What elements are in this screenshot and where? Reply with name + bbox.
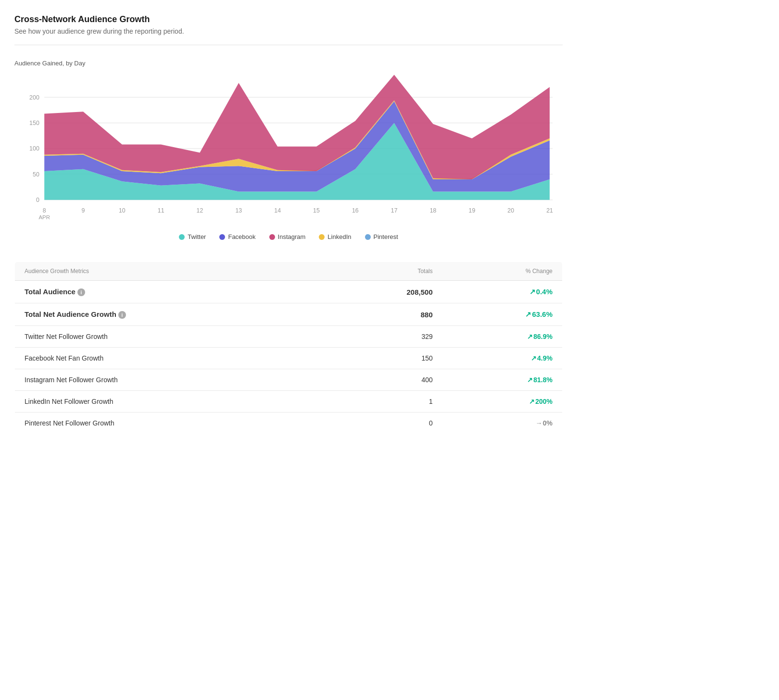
svg-text:50: 50 <box>33 171 39 177</box>
metric-change: 63.6% <box>442 303 563 326</box>
svg-text:14: 14 <box>274 207 281 214</box>
table-row: Instagram Net Follower Growth40081.8% <box>15 369 563 391</box>
svg-text:17: 17 <box>391 207 398 214</box>
svg-text:10: 10 <box>119 207 126 214</box>
svg-text:19: 19 <box>468 207 475 214</box>
legend-dot-facebook <box>219 234 225 240</box>
instagram-area <box>44 75 550 179</box>
svg-text:13: 13 <box>235 207 242 214</box>
change-value: 0% <box>536 419 553 427</box>
col-header-metric: Audience Growth Metrics <box>15 262 326 281</box>
svg-text:15: 15 <box>313 207 320 214</box>
svg-text:16: 16 <box>352 207 359 214</box>
change-value: 81.8% <box>527 376 553 384</box>
page-subtitle: See how your audience grew during the re… <box>14 27 563 35</box>
legend-dot-twitter <box>179 234 185 240</box>
svg-text:18: 18 <box>430 207 437 214</box>
info-icon[interactable]: i <box>118 311 126 319</box>
table-row: Facebook Net Fan Growth1504.9% <box>15 348 563 369</box>
legend-twitter: Twitter <box>179 233 206 240</box>
change-value: 63.6% <box>525 310 553 318</box>
metric-change: 0% <box>442 412 563 434</box>
legend-pinterest: Pinterest <box>365 233 398 240</box>
svg-text:150: 150 <box>29 120 39 126</box>
svg-text:100: 100 <box>29 145 39 152</box>
metric-label: Facebook Net Fan Growth <box>15 348 326 369</box>
legend-facebook: Facebook <box>219 233 255 240</box>
metric-label: Pinterest Net Follower Growth <box>15 412 326 434</box>
metric-change: 0.4% <box>442 281 563 303</box>
metric-change: 200% <box>442 391 563 412</box>
divider <box>14 45 563 45</box>
table-row: LinkedIn Net Follower Growth1200% <box>15 391 563 412</box>
page-title: Cross-Network Audience Growth <box>14 14 563 25</box>
metric-total: 1 <box>326 391 442 412</box>
svg-text:12: 12 <box>197 207 203 214</box>
col-header-change: % Change <box>442 262 563 281</box>
table-row: Pinterest Net Follower Growth00% <box>15 412 563 434</box>
legend-dot-pinterest <box>365 234 371 240</box>
metric-total: 208,500 <box>326 281 442 303</box>
chart-legend: Twitter Facebook Instagram LinkedIn Pint… <box>14 233 563 240</box>
area-chart: 0 50 100 150 200 8 APR 9 10 11 12 13 14 … <box>14 72 563 225</box>
svg-text:21: 21 <box>546 207 553 214</box>
col-header-totals: Totals <box>326 262 442 281</box>
svg-text:11: 11 <box>158 207 164 214</box>
change-value: 86.9% <box>527 333 553 340</box>
metric-change: 4.9% <box>442 348 563 369</box>
table-row: Total Audiencei208,5000.4% <box>15 281 563 303</box>
legend-instagram: Instagram <box>269 233 306 240</box>
legend-linkedin: LinkedIn <box>319 233 351 240</box>
change-value: 200% <box>529 398 553 405</box>
metric-label: Total Net Audience Growthi <box>15 303 326 326</box>
info-icon[interactable]: i <box>77 288 85 296</box>
metrics-table: Audience Growth Metrics Totals % Change … <box>14 262 563 434</box>
metric-total: 400 <box>326 369 442 391</box>
metric-label: Twitter Net Follower Growth <box>15 326 326 348</box>
metric-total: 880 <box>326 303 442 326</box>
metric-label: LinkedIn Net Follower Growth <box>15 391 326 412</box>
metric-change: 81.8% <box>442 369 563 391</box>
svg-text:200: 200 <box>29 94 39 100</box>
change-value: 0.4% <box>529 288 553 296</box>
metric-total: 150 <box>326 348 442 369</box>
chart-y-label: Audience Gained, by Day <box>14 60 563 67</box>
metric-total: 329 <box>326 326 442 348</box>
svg-text:8: 8 <box>43 207 46 214</box>
svg-text:APR: APR <box>38 214 50 220</box>
legend-dot-linkedin <box>319 234 325 240</box>
svg-text:0: 0 <box>36 197 39 203</box>
metric-label: Total Audiencei <box>15 281 326 303</box>
chart-section: Audience Gained, by Day 0 50 100 150 200… <box>14 55 563 250</box>
metric-label: Instagram Net Follower Growth <box>15 369 326 391</box>
svg-text:9: 9 <box>82 207 85 214</box>
change-value: 4.9% <box>531 354 553 362</box>
metric-total: 0 <box>326 412 442 434</box>
metric-change: 86.9% <box>442 326 563 348</box>
legend-dot-instagram <box>269 234 275 240</box>
table-row: Total Net Audience Growthi88063.6% <box>15 303 563 326</box>
table-header-row: Audience Growth Metrics Totals % Change <box>15 262 563 281</box>
table-row: Twitter Net Follower Growth32986.9% <box>15 326 563 348</box>
svg-text:20: 20 <box>507 207 514 214</box>
